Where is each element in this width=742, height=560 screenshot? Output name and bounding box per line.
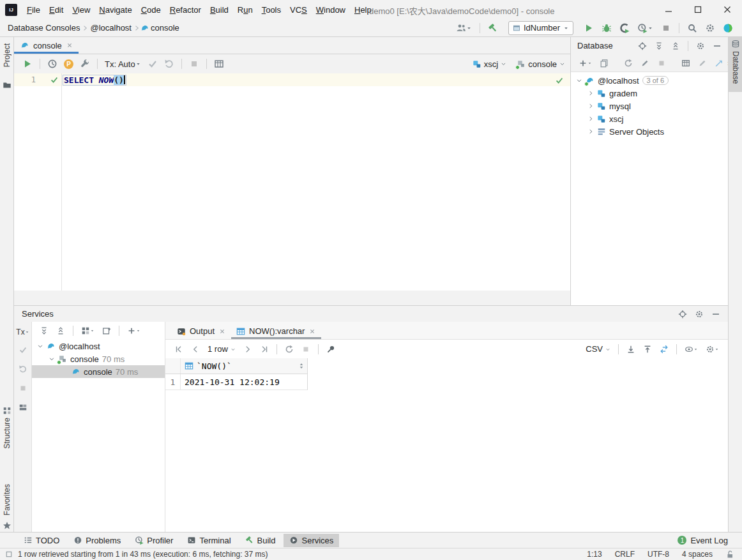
toolwindow-button-favorites[interactable]: Favorites	[3, 484, 11, 517]
tx-mode-button[interactable]: Tx	[16, 327, 29, 337]
toolwindow-button-todo[interactable]: TODO	[18, 534, 65, 547]
close-icon[interactable]	[308, 328, 316, 335]
line-separator-widget[interactable]: CRLF	[615, 550, 635, 559]
gear-icon[interactable]	[695, 310, 704, 319]
menu-refactor[interactable]: Refactor	[165, 3, 206, 17]
expand-all-icon[interactable]	[40, 326, 49, 335]
debug-button[interactable]	[602, 23, 612, 33]
sql-statement[interactable]: SELECT NOW()	[63, 75, 126, 86]
indent-widget[interactable]: 4 spaces	[682, 550, 713, 559]
row-number-header[interactable]	[165, 358, 181, 374]
build-project-button[interactable]	[488, 23, 498, 33]
plugin-colorful-icon[interactable]	[723, 23, 733, 33]
breadcrumb-localhost[interactable]: @localhost	[89, 23, 133, 33]
schema-switcher[interactable]: xscj	[473, 59, 506, 69]
menu-build[interactable]: Build	[206, 3, 233, 17]
toolwindow-button-terminal[interactable]: Terminal	[181, 534, 236, 547]
value-cell[interactable]: 2021-10-31 12:02:19	[181, 377, 307, 387]
grid-settings-gear-icon[interactable]	[706, 344, 719, 354]
next-page-icon[interactable]	[243, 345, 252, 354]
export-data-icon[interactable]	[626, 345, 635, 354]
menu-code[interactable]: Code	[137, 3, 165, 17]
add-datasource-button[interactable]	[579, 58, 592, 68]
stop-icon[interactable]	[301, 345, 310, 354]
breadcrumb-database-consoles[interactable]: Database Consoles	[6, 23, 81, 33]
toolwindow-button-structure[interactable]: Structure	[3, 418, 11, 451]
toolwindow-toggle-icon[interactable]	[5, 550, 13, 558]
tree-row-gradem[interactable]: gradem	[571, 87, 728, 100]
menu-run[interactable]: Run	[233, 3, 257, 17]
history-icon[interactable]	[47, 59, 57, 69]
session-switcher[interactable]: console	[517, 59, 565, 69]
menu-edit[interactable]: Edit	[45, 3, 68, 17]
tree-row-xscj[interactable]: xscj	[571, 112, 728, 125]
gear-icon[interactable]	[696, 42, 705, 50]
collapse-all-icon[interactable]	[56, 326, 65, 335]
export-format-select[interactable]: CSV	[586, 344, 610, 354]
add-service-icon[interactable]	[127, 326, 140, 336]
tx-mode-select[interactable]: Tx: Auto	[105, 59, 141, 69]
menu-vcs[interactable]: VCS	[285, 3, 312, 17]
toolwindow-button-database[interactable]: Database	[729, 37, 742, 92]
submit-changes-icon[interactable]	[640, 59, 649, 68]
rollback-button[interactable]	[164, 59, 174, 69]
inspections-ok-icon[interactable]	[555, 76, 564, 87]
tab-output[interactable]: Output	[172, 323, 231, 339]
event-log-button[interactable]: 1 Event Log	[678, 536, 728, 545]
open-table-icon[interactable]	[681, 59, 690, 68]
stop-button[interactable]	[661, 23, 671, 33]
cancel-query-button[interactable]	[189, 59, 199, 69]
tree-row-server-objects[interactable]: Server Objects	[571, 125, 728, 138]
collapse-all-icon[interactable]	[671, 42, 680, 50]
run-with-coverage-button[interactable]	[619, 23, 630, 33]
search-everywhere-button[interactable]	[687, 23, 697, 33]
grid-data-row[interactable]: 1 2021-10-31 12:02:19	[165, 374, 308, 390]
tree-row-localhost[interactable]: @localhost	[32, 340, 165, 352]
commit-button[interactable]	[19, 345, 27, 356]
editor-tab-console[interactable]: console	[14, 37, 79, 54]
menu-file[interactable]: File	[22, 3, 45, 17]
code-with-me-users-button[interactable]	[456, 23, 472, 33]
run-button[interactable]	[584, 23, 594, 33]
commit-button[interactable]	[148, 59, 158, 69]
breadcrumb-console[interactable]: console	[149, 23, 181, 33]
encoding-widget[interactable]: UTF-8	[647, 550, 669, 559]
page-size-select[interactable]: 1 row	[208, 344, 236, 354]
console-settings-button[interactable]	[80, 59, 90, 69]
refresh-icon[interactable]	[624, 59, 633, 68]
parameters-button[interactable]: P	[64, 59, 73, 69]
previous-page-icon[interactable]	[191, 345, 200, 354]
tree-row-localhost[interactable]: @localhost 3 of 6	[571, 74, 728, 87]
menu-tools[interactable]: Tools	[257, 3, 285, 17]
group-by-icon[interactable]	[81, 326, 95, 336]
run-configuration-select[interactable]: IdNumber	[508, 21, 573, 35]
jump-to-console-icon[interactable]	[715, 59, 723, 68]
view-options-icon[interactable]	[102, 326, 111, 335]
profiler-button[interactable]	[637, 23, 653, 33]
locate-icon[interactable]	[638, 42, 647, 50]
menu-view[interactable]: View	[68, 3, 95, 17]
toolwindow-button-services[interactable]: Services	[284, 534, 339, 547]
toolwindow-button-project[interactable]: Project	[3, 43, 11, 69]
execute-button[interactable]	[22, 59, 33, 69]
view-options-eye-icon[interactable]	[685, 344, 698, 354]
pin-tab-icon[interactable]	[326, 345, 335, 354]
close-icon[interactable]	[218, 328, 226, 335]
tree-row-session[interactable]: console 70 ms	[32, 352, 165, 365]
last-page-icon[interactable]	[260, 345, 269, 354]
column-header-now[interactable]: `NOW()`	[181, 361, 307, 371]
sort-icon[interactable]	[298, 362, 305, 370]
import-data-icon[interactable]	[643, 345, 652, 354]
first-page-icon[interactable]	[174, 345, 183, 354]
stop-icon[interactable]	[657, 59, 666, 68]
tree-row-result[interactable]: console 70 ms	[32, 365, 165, 378]
close-icon[interactable]	[66, 42, 73, 49]
caret-position-widget[interactable]: 1:13	[587, 550, 602, 559]
maximize-button[interactable]	[683, 0, 713, 19]
expand-all-icon[interactable]	[655, 42, 663, 50]
hide-icon[interactable]	[711, 310, 720, 319]
tree-row-mysql[interactable]: mysql	[571, 100, 728, 112]
stop-button[interactable]	[19, 384, 27, 395]
sync-scroll-icon[interactable]	[660, 345, 669, 354]
toolwindow-button-problems[interactable]: Problems	[68, 534, 126, 547]
